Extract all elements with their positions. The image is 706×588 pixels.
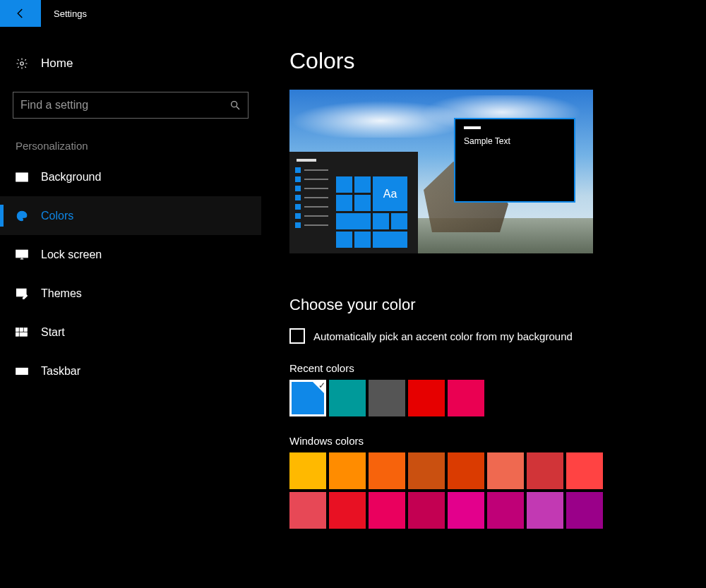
recent-color-swatch[interactable] [408,380,445,416]
svg-point-1 [232,102,237,107]
windows-color-swatch[interactable] [487,492,524,529]
category-label: Personalization [0,119,261,157]
svg-point-5 [18,215,20,217]
nav-item-colors[interactable]: Colors [0,196,261,235]
svg-rect-13 [16,328,19,331]
windows-color-swatch[interactable] [329,452,366,489]
windows-colors-label: Windows colors [289,435,678,447]
windows-color-swatch[interactable] [289,452,326,489]
choose-color-heading: Choose your color [289,296,678,314]
color-preview: Aa Sample Text [289,90,593,253]
svg-rect-17 [20,332,28,336]
home-label: Home [41,56,73,71]
recent-color-swatch[interactable] [329,380,366,416]
gear-icon [16,57,28,70]
nav-label: Colors [41,210,73,222]
nav-item-background[interactable]: Background [0,157,261,196]
preview-window: Sample Text [454,118,575,203]
nav-item-lock-screen[interactable]: Lock screen [0,235,261,274]
svg-line-2 [237,107,239,109]
auto-accent-checkbox[interactable]: Automatically pick an accent color from … [289,328,678,344]
windows-color-swatch[interactable] [289,492,326,529]
search-input[interactable] [20,99,229,112]
svg-rect-11 [20,252,24,256]
nav-label: Taskbar [41,365,80,378]
preview-startmenu: Aa [289,152,418,253]
search-icon [229,100,241,111]
nav-item-start[interactable]: Start [0,313,261,352]
preview-tile-aa: Aa [373,176,407,211]
arrow-left-icon [14,7,27,20]
windows-color-swatch[interactable] [487,452,524,489]
recent-color-swatch[interactable] [369,380,405,416]
recent-color-swatch[interactable]: ✓ [289,380,326,416]
windows-color-swatch[interactable] [448,452,484,489]
checkbox-box [289,328,305,344]
recent-colors-row: ✓ [289,380,678,416]
monitor-icon [16,249,28,260]
nav-item-themes[interactable]: Themes [0,274,261,313]
palette-icon [16,210,28,222]
titlebar-title: Settings [54,8,87,19]
nav-label: Start [41,326,65,339]
svg-point-7 [23,213,24,215]
titlebar: Settings [0,0,706,27]
search-box[interactable] [13,92,249,119]
recent-colors-label: Recent colors [289,362,678,374]
recent-color-swatch[interactable] [448,380,484,416]
svg-point-6 [20,212,22,214]
nav-label: Lock screen [41,248,102,261]
sidebar-home[interactable]: Home [0,51,261,76]
sidebar: Home Personalization Background Colors [0,27,261,588]
windows-color-swatch[interactable] [369,492,405,529]
windows-color-swatch[interactable] [408,492,445,529]
nav-item-taskbar[interactable]: Taskbar [0,352,261,390]
windows-colors-grid [289,452,678,529]
nav-label: Themes [41,287,82,300]
taskbar-icon [16,367,28,376]
main-content: Colors [261,27,706,588]
start-grid-icon [16,328,28,337]
windows-color-swatch[interactable] [369,452,405,489]
windows-color-swatch[interactable] [566,452,603,489]
svg-point-0 [20,62,24,66]
preview-sample-text: Sample Text [464,136,566,146]
svg-rect-16 [16,332,19,336]
windows-color-swatch[interactable] [527,452,563,489]
svg-rect-14 [20,328,23,331]
windows-color-swatch[interactable] [448,492,484,529]
svg-rect-18 [16,368,28,374]
windows-color-swatch[interactable] [329,492,366,529]
windows-color-swatch[interactable] [566,492,603,529]
windows-color-swatch[interactable] [527,492,563,529]
svg-rect-12 [17,289,27,296]
svg-rect-15 [24,328,28,331]
auto-accent-label: Automatically pick an accent color from … [313,330,573,342]
windows-color-swatch[interactable] [408,452,445,489]
page-title: Colors [289,48,678,74]
nav-label: Background [41,171,101,184]
back-button[interactable] [0,0,41,27]
picture-icon [16,172,28,182]
pen-icon [16,287,28,300]
